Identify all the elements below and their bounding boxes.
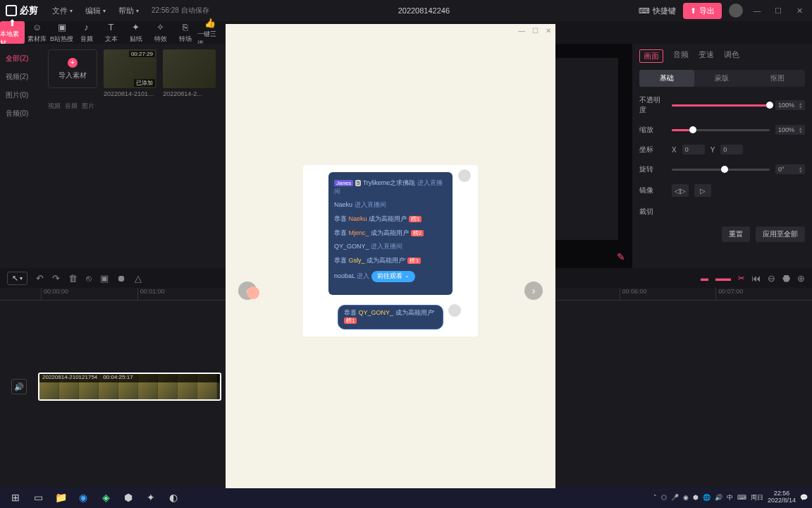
reset-button[interactable]: 重置 [722,226,750,242]
subtab-mask[interactable]: 蒙版 [694,70,749,87]
apply-all-button[interactable]: 应用至全部 [756,226,805,242]
minimize-button[interactable]: — [750,6,764,15]
overlay-close[interactable]: ✕ [546,27,551,35]
timeline-clip[interactable]: 20220814-21012175400:04:25:17 [38,373,221,401]
marker-icon[interactable]: ⬣ [782,273,790,284]
tray-icon-4[interactable]: ⬢ [693,494,699,501]
cut-tool-3[interactable]: ✂ [738,274,744,283]
app-icon-4[interactable]: ◐ [162,488,185,507]
import-button[interactable]: + 导入素材 [48,49,97,88]
subtab-bg[interactable]: 抠图 [750,70,805,87]
tool-hot[interactable]: ▣B站热搜 [49,21,74,44]
main-menu: 文件▾ 编辑▾ 帮助▾ [52,6,139,16]
tray-day-label: 周日 [751,493,763,502]
redo-icon[interactable]: ↷ [52,273,60,284]
scale-value[interactable]: 100%▴▾ [775,125,805,135]
position-label: 坐标 [639,145,666,155]
prop-tab-picture[interactable]: 画面 [639,49,663,63]
delete-icon[interactable]: 🗑 [68,273,78,284]
titlebar: 必剪 文件▾ 编辑▾ 帮助▾ 22:56:28 自动保存 20220814224… [0,0,812,21]
user-avatar[interactable] [729,4,743,18]
rotate-value[interactable]: 0°▴▾ [775,164,805,174]
undo-icon[interactable]: ↶ [36,273,44,284]
export-button[interactable]: ⬆导出 [683,3,722,19]
tool-transition[interactable]: ⎘转场 [173,21,197,44]
start-button[interactable]: ⊞ [4,488,27,507]
menu-help[interactable]: 帮助▾ [118,6,139,16]
tray-icon-1[interactable]: ⬡ [661,494,667,501]
zoom-out-icon[interactable]: ⊖ [768,273,775,284]
tool-local[interactable]: ⬆本地素材 [0,21,25,44]
opacity-slider[interactable] [672,104,770,107]
edge-icon[interactable]: ◉ [72,488,94,507]
import-tab-video[interactable]: 视频 [48,102,61,111]
media-clip-2[interactable]: 20220814-2... [163,49,216,97]
app-icon-3[interactable]: ✦ [140,488,162,507]
hotkey-button[interactable]: ⌨快捷键 [639,6,676,16]
crop-tool-icon[interactable]: ▣ [100,273,109,284]
record-icon[interactable]: ⏺ [117,273,126,284]
tool-library[interactable]: ☺素材库 [25,21,49,44]
prev-frame-icon[interactable]: ⏮ [751,273,761,284]
cut-tool-2[interactable]: ▬▬ [715,274,731,282]
position-y-input[interactable]: 0 [720,145,743,155]
opacity-label: 不透明度 [639,95,666,115]
overlay-minimize[interactable]: — [518,27,525,35]
carousel-next[interactable]: › [524,282,543,300]
tray-network-icon[interactable]: 🌐 [703,494,710,501]
rotate-slider[interactable] [672,169,770,171]
app-logo: 必剪 [6,4,38,17]
split-icon[interactable]: ⎋ [86,273,92,284]
sidebar-item-all[interactable]: 全部(2) [0,49,42,68]
mirror-h-button[interactable]: ◁▷ [672,184,689,197]
prop-tab-audio[interactable]: 音频 [673,49,689,63]
position-x-input[interactable]: 0 [682,145,705,155]
tray-clock[interactable]: 22:56 2022/8/14 [768,490,796,504]
edit-icon[interactable]: ✎ [617,251,625,262]
sidebar-item-image[interactable]: 图片(0) [0,86,42,104]
tray-volume-icon[interactable]: 🔊 [715,494,722,501]
explorer-icon[interactable]: 📁 [49,488,72,507]
mirror-v-button[interactable]: ▷ [694,184,711,197]
maximize-button[interactable]: ☐ [771,6,785,16]
close-button[interactable]: ✕ [792,6,806,16]
goto-watch-button[interactable]: 前往观看 ⌄ [371,271,415,282]
tray-notifications-icon[interactable]: 💬 [800,494,808,501]
overlay-maximize[interactable]: ☐ [532,27,539,35]
cursor-tool[interactable]: ↖▾ [7,272,27,285]
tool-fx[interactable]: ✧特效 [148,21,173,44]
track-mute-button[interactable]: 🔊 [11,379,27,394]
prop-tab-speed[interactable]: 变速 [699,49,714,63]
import-tab-audio[interactable]: 音频 [65,102,78,111]
windows-taskbar: ⊞ ▭ 📁 ◉ ◈ ⬢ ✦ ◐ ˄ ⬡ 🎤 ◉ ⬢ 🌐 🔊 中 ⌨ 周日 22:… [0,487,812,508]
document-title: 202208142246 [209,6,639,15]
tool-onekey[interactable]: 👍一键三连 [197,21,222,44]
tray-ime-icon[interactable]: 中 [727,493,733,502]
chat-avatar-2 [448,304,461,317]
properties-panel: 画面 音频 变速 调色 基础 蒙版 抠图 不透明度 100%▴▾ 缩放 100%… [632,44,812,268]
tool-sticker[interactable]: ✦贴纸 [123,21,148,44]
tool-audio[interactable]: ♪音频 [74,21,99,44]
tool-text[interactable]: T文本 [99,21,123,44]
menu-edit[interactable]: 编辑▾ [85,6,106,16]
app-icon-1[interactable]: ◈ [94,488,117,507]
zoom-fit-icon[interactable]: ⊕ [797,273,805,284]
sidebar-item-video[interactable]: 视频(2) [0,68,42,86]
subtab-basic[interactable]: 基础 [639,70,694,87]
mirror-label: 镜像 [639,186,666,195]
task-view-icon[interactable]: ▭ [27,488,49,507]
opacity-value[interactable]: 100%▴▾ [775,100,805,110]
menu-file[interactable]: 文件▾ [52,6,73,16]
prop-tab-color[interactable]: 调色 [724,49,739,63]
mirror-icon[interactable]: △ [135,273,142,284]
media-clip-1[interactable]: 00:27:29已添加 20220814-2101217... [104,49,156,97]
tray-keyboard-icon[interactable]: ⌨ [737,494,746,501]
tray-icon-2[interactable]: 🎤 [671,494,679,501]
tray-chevron[interactable]: ˄ [653,494,657,501]
import-tab-image[interactable]: 图片 [82,102,94,111]
sidebar-item-audio[interactable]: 音频(0) [0,104,42,123]
app-icon-2[interactable]: ⬢ [117,488,140,507]
cut-tool-1[interactable]: ▬ [701,274,708,282]
tray-icon-3[interactable]: ◉ [683,494,689,501]
scale-slider[interactable] [672,129,770,131]
